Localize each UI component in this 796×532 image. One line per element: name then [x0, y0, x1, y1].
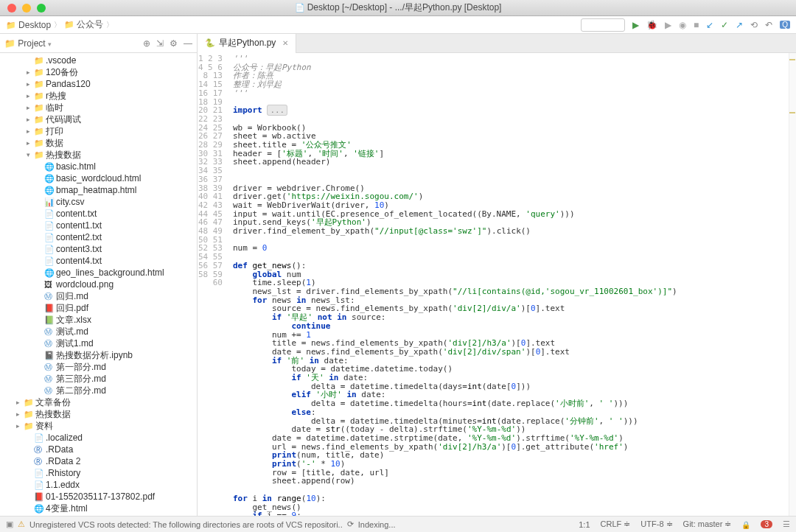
run-config-selector[interactable] [581, 18, 625, 32]
line-gutter: 1 2 3 4 5 6 8 13 14 15 16 17 18 19 20 21… [198, 53, 228, 520]
vcs-push-icon[interactable]: ↗ [736, 20, 743, 30]
tree-item[interactable]: 热搜数据分析.ipynb [0, 349, 197, 361]
readonly-icon[interactable] [741, 520, 750, 529]
tree-item[interactable]: geo_lines_background.html [0, 267, 197, 279]
tool-window-icon[interactable]: ▣ [6, 519, 13, 529]
tree-item[interactable]: ▸热搜数据 [0, 408, 197, 420]
search-everywhere-icon[interactable]: Q [780, 21, 790, 29]
editor-tab[interactable]: 早起Python.py ✕ [198, 34, 296, 53]
window-title: Desktop [~/Desktop] - .../早起Python.py [D… [0, 1, 796, 14]
tree-item[interactable]: 01-1552035117-137802.pdf [0, 491, 197, 503]
tree-item[interactable]: ▸打印 [0, 125, 197, 137]
breadcrumb-item[interactable]: Desktop [6, 20, 51, 30]
tree-item[interactable]: .Rhistory [0, 467, 197, 479]
tab-label: 早起Python.py [219, 37, 276, 49]
tree-item[interactable]: basic.html [0, 161, 197, 172]
breadcrumb-bar: Desktop 〉 公众号 〉 ▶ 🐞 ▶ ◉ ■ ↙ ✓ ↗ ⟲ ↶ Q [0, 16, 796, 34]
project-label[interactable]: Project [4, 38, 46, 49]
caret-position[interactable]: 1:1 [579, 520, 590, 529]
spinner-icon: ⟳ [347, 519, 354, 529]
stop-icon[interactable]: ■ [694, 20, 699, 30]
profile-icon[interactable]: ◉ [679, 20, 686, 30]
breadcrumb-sep: 〉 [106, 20, 114, 30]
tree-item[interactable]: wordcloud.png [0, 279, 197, 290]
tree-item[interactable]: content2.txt [0, 231, 197, 243]
tree-item[interactable]: .vscode [0, 55, 197, 66]
project-tree[interactable]: .vscode▸120备份▸Pandas120▸r热搜▸临时▸代码调试▸打印▸数… [0, 53, 197, 520]
line-separator[interactable]: CRLF ≑ [601, 519, 631, 529]
tree-item[interactable]: .RData 2 [0, 455, 197, 467]
tree-item[interactable]: ▸r热搜 [0, 90, 197, 102]
tree-item[interactable]: 回归.pdf [0, 302, 197, 314]
tree-item[interactable]: ▾热搜数据 [0, 149, 197, 161]
tree-item[interactable]: 第一部分.md [0, 361, 197, 373]
project-sidebar: Project ▾ ⊕ ⇲ ⚙ — .vscode▸120备份▸Pandas12… [0, 34, 198, 520]
tree-item[interactable]: 回归.md [0, 290, 197, 302]
tree-item[interactable]: city.csv [0, 196, 197, 208]
file-encoding[interactable]: UTF-8 ≑ [640, 519, 672, 529]
close-icon[interactable]: ✕ [282, 39, 288, 47]
tree-item[interactable]: ▸文章备份 [0, 396, 197, 408]
project-tool-header: Project ▾ ⊕ ⇲ ⚙ — [0, 34, 197, 53]
editor-tabs: 早起Python.py ✕ [198, 34, 796, 53]
editor-area: 早起Python.py ✕ 1 2 3 4 5 6 8 13 14 15 16 … [198, 34, 796, 520]
notification-badge[interactable]: 3 [761, 520, 772, 528]
tree-item[interactable]: 测试1.md [0, 337, 197, 349]
vcs-revert-icon[interactable]: ↶ [765, 20, 772, 30]
run-coverage-icon[interactable]: ▶ [665, 20, 671, 30]
tree-item[interactable]: ▸资料 [0, 420, 197, 432]
tree-item[interactable]: ▸120备份 [0, 66, 197, 78]
window-titlebar: Desktop [~/Desktop] - .../早起Python.py [D… [0, 0, 796, 16]
collapse-icon[interactable]: ⇲ [156, 38, 164, 49]
tree-item[interactable]: 文章.xlsx [0, 314, 197, 326]
tree-item[interactable]: content4.txt [0, 255, 197, 267]
scrollbar-preview[interactable] [789, 53, 796, 520]
status-bar: ▣ ⚠ Unregistered VCS roots detected: The… [0, 516, 796, 532]
tree-item[interactable]: ▸临时 [0, 102, 197, 113]
tree-item[interactable]: 测试.md [0, 326, 197, 337]
tree-item[interactable]: .RData [0, 444, 197, 455]
tree-item[interactable]: ▸Pandas120 [0, 78, 197, 90]
tree-item[interactable]: 1.1.eddx [0, 479, 197, 491]
tree-item[interactable]: bmap_heatmap.html [0, 184, 197, 196]
tree-item[interactable]: 4变量.html [0, 503, 197, 514]
tree-item[interactable]: content3.txt [0, 243, 197, 255]
debug-icon[interactable]: 🐞 [646, 20, 657, 30]
code-editor[interactable]: 1 2 3 4 5 6 8 13 14 15 16 17 18 19 20 21… [198, 53, 796, 520]
tree-item[interactable]: content1.txt [0, 220, 197, 231]
ide-status-icon[interactable]: ☰ [783, 519, 790, 529]
settings-icon[interactable]: ⚙ [170, 38, 178, 49]
tree-item[interactable]: basic_wordcloud.html [0, 172, 197, 184]
tree-item[interactable]: ▸代码调试 [0, 113, 197, 125]
run-icon[interactable]: ▶ [632, 20, 639, 30]
tree-item[interactable]: ▸数据 [0, 137, 197, 149]
tree-item[interactable]: 第三部分.md [0, 373, 197, 385]
git-branch[interactable]: Git: master ≑ [683, 519, 732, 529]
locate-icon[interactable]: ⊕ [143, 38, 150, 49]
breadcrumb-sep: 〉 [54, 20, 61, 30]
breadcrumb-item[interactable]: 公众号 [64, 18, 103, 31]
tree-item[interactable]: content.txt [0, 208, 197, 220]
tree-item[interactable]: 第二部分.md [0, 385, 197, 396]
code-content[interactable]: ''' 公众号：早起Python 作者：陈熹 整理：刘早起 ''' import… [228, 53, 796, 520]
vcs-commit-icon[interactable]: ✓ [721, 20, 728, 30]
vcs-notification[interactable]: Unregistered VCS roots detected: The fol… [29, 520, 343, 529]
vcs-update-icon[interactable]: ↙ [706, 20, 713, 30]
hide-icon[interactable]: — [184, 38, 192, 49]
vcs-history-icon[interactable]: ⟲ [750, 20, 758, 30]
indexing-status: Indexing... [358, 520, 396, 529]
tree-item[interactable]: .localized [0, 432, 197, 444]
warning-icon[interactable]: ⚠ [18, 519, 25, 529]
